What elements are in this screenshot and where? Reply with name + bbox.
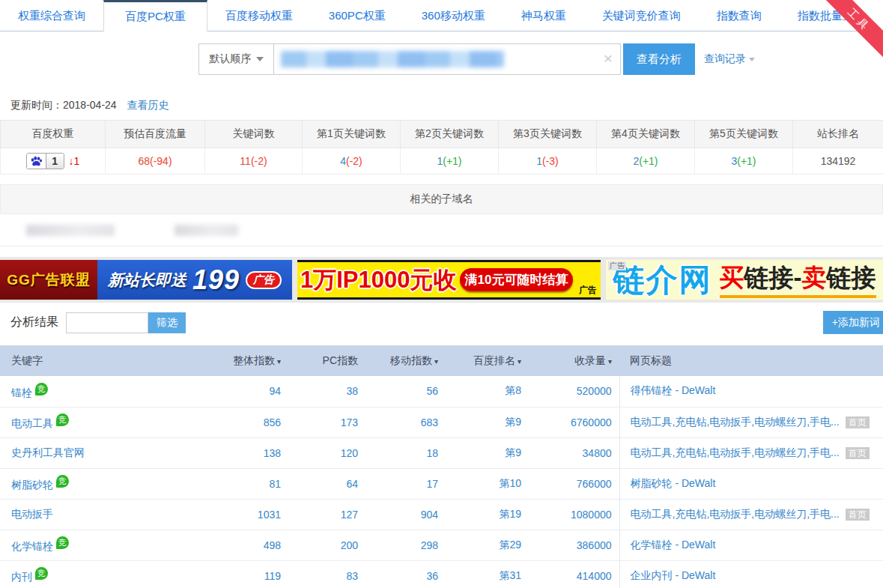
clear-icon[interactable]: × [604,50,613,67]
collected-count[interactable]: 386000 [533,530,619,560]
tab-shenma-weight[interactable]: 神马权重 [503,0,584,31]
ad-banner-gg-union[interactable]: GG广告联盟 新站长即送 199 广告 [0,260,292,300]
tab-weight-overview[interactable]: 权重综合查询 [0,0,103,31]
col-baidu-rank-sort[interactable]: 百度排名▾ [446,345,533,376]
overall-index[interactable]: 1031 [213,499,288,530]
censored-subdomain-link[interactable] [26,225,115,236]
table-row: 内刊竞 119 83 36 第31 414000 企业内刊 - DeWalt首页 [0,560,883,588]
tab-360-mobile-weight[interactable]: 360移动权重 [404,0,503,31]
page-title-link[interactable]: 电动工具,充电钻,电动扳手,电动螺丝刀,手电... [631,416,840,428]
tab-baidu-mobile-weight[interactable]: 百度移动权重 [207,0,311,31]
col-mobile-index-sort[interactable]: 移动指数▾ [365,345,446,376]
keyword-link[interactable]: 内刊 [11,571,32,583]
mobile-index[interactable]: 18 [365,437,446,468]
mobile-index[interactable]: 298 [365,530,446,560]
keyword-link[interactable]: 锚栓 [11,387,32,398]
sort-arrow-icon: ▾ [434,357,438,366]
page-title-link[interactable]: 化学锚栓 - DeWalt [631,539,716,551]
mobile-index[interactable]: 56 [365,376,446,407]
page3-cell: 1(-3) [499,148,597,175]
chevron-down-icon [749,58,755,61]
keyword-count-cell: 11(-2) [205,148,303,175]
query-history-label: 查询记录 [704,52,746,66]
query-history-link[interactable]: 查询记录 [704,52,755,66]
collected-count[interactable]: 766000 [533,468,619,499]
col-collected-sort[interactable]: 收录量▾ [533,345,619,376]
pc-index[interactable]: 64 [288,468,365,499]
col-page4-keywords: 第4页关键词数 [597,121,695,148]
tab-360-pc-weight[interactable]: 360PC权重 [311,0,404,31]
pc-index[interactable]: 127 [288,499,365,530]
table-row: 史丹利工具官网竞 138 120 18 第9 34800 电动工具,充电钻,电动… [0,437,883,468]
ad3-text: 买链接-卖链接 [720,261,876,298]
page4-cell: 2(+1) [597,148,695,175]
table-row: 电动扳手竞 1031 127 904 第19 1080000 电动工具,充电钻,… [0,499,883,530]
ad-banner-link-market[interactable]: 广告 链介网 买链接-卖链接 [606,260,883,300]
overall-index[interactable]: 81 [213,468,288,499]
table-row: 电动工具竞 856 173 683 第9 6760000 电动工具,充电钻,电动… [0,407,883,437]
pc-index[interactable]: 173 [288,407,365,437]
collected-count[interactable]: 520000 [533,376,619,407]
bid-icon[interactable]: 竞 [56,475,69,488]
search-bar: 默认顺序 × 查看分析 查询记录 [198,43,883,75]
pc-index[interactable]: 200 [288,530,365,560]
col-keyword-count: 关键词数 [205,121,303,148]
mobile-index[interactable]: 36 [365,560,446,588]
col-keyword: 关键字 [0,345,213,376]
overall-index[interactable]: 138 [213,437,288,468]
collected-count[interactable]: 414000 [533,560,619,588]
overall-index[interactable]: 94 [213,376,288,407]
page-title-link[interactable]: 电动工具,充电钻,电动扳手,电动螺丝刀,手电... [631,508,840,520]
overall-index[interactable]: 119 [213,560,288,588]
pc-index[interactable]: 120 [288,437,365,468]
sort-order-select[interactable]: 默认顺序 [198,43,274,75]
ad3-brand: 链介网 [613,260,712,300]
collected-count[interactable]: 1080000 [533,499,619,530]
filter-input[interactable] [66,312,148,333]
pc-index[interactable]: 38 [288,376,365,407]
baidu-weight-badge: 1 [26,153,64,169]
ad-banner-ip-buy[interactable]: 1万IP1000元收 满10元可随时结算 广告 [297,260,601,300]
keyword-link[interactable]: 树脂砂轮 [11,479,53,491]
ad1-body: 新站长即送 199 广告 [97,260,292,300]
overall-index[interactable]: 856 [213,407,288,437]
page-title-link[interactable]: 企业内刊 - DeWalt [631,569,716,581]
keyword-link[interactable]: 电动工具 [11,417,53,429]
mobile-index[interactable]: 904 [365,499,446,530]
tab-baidu-pc-weight[interactable]: 百度PC权重 [103,0,207,31]
page-title-link[interactable]: 电动工具,充电钻,电动扳手,电动螺丝刀,手电... [631,446,840,458]
add-new-word-button[interactable]: +添加新词 [823,311,883,334]
col-page3-keywords: 第3页关键词数 [499,121,597,148]
homepage-badge: 首页 [846,416,870,428]
collected-count[interactable]: 34800 [533,437,619,468]
keyword-link[interactable]: 电动扳手 [11,508,53,520]
search-input[interactable]: × [273,43,621,75]
analyze-button[interactable]: 查看分析 [623,43,695,75]
subdomains-section: 相关的子域名 [0,184,883,246]
bid-icon[interactable]: 竞 [35,383,48,395]
bid-icon[interactable]: 竞 [56,413,69,426]
page-title-link[interactable]: 得伟锚栓 - DeWalt [631,384,716,396]
chinaz-rank-cell: 134192 [793,148,883,175]
col-overall-index-sort[interactable]: 整体指数▾ [213,345,288,376]
top-tab-bar: 权重综合查询 百度PC权重 百度移动权重 360PC权重 360移动权重 神马权… [0,0,883,31]
overall-index[interactable]: 498 [213,530,288,560]
mobile-index[interactable]: 17 [365,468,446,499]
keyword-link[interactable]: 化学锚栓 [11,540,53,552]
ad-banner-strip: GG广告联盟 新站长即送 199 广告 1万IP1000元收 满10元可随时结算… [0,257,883,303]
pc-index[interactable]: 83 [288,560,365,588]
tab-index-query[interactable]: 指数查询 [699,0,780,31]
tab-keyword-bid-query[interactable]: 关键词竞价查询 [584,0,699,31]
keywords-table-header: 关键字 整体指数▾ PC指数 移动指数▾ 百度排名▾ 收录量▾ 网页标题 [0,345,883,376]
bid-icon[interactable]: 竞 [56,536,69,549]
bid-icon[interactable]: 竞 [35,567,48,580]
view-history-link[interactable]: 查看历史 [127,99,169,111]
baidu-rank: 第31 [446,560,533,588]
censored-subdomain-link[interactable] [175,225,238,236]
page-title-link[interactable]: 树脂砂轮 - DeWalt [631,477,716,489]
update-time-label: 更新时间： [10,99,63,111]
filter-button[interactable]: 筛选 [148,312,186,333]
collected-count[interactable]: 6760000 [533,407,619,437]
keyword-link[interactable]: 史丹利工具官网 [11,446,85,458]
mobile-index[interactable]: 683 [365,407,446,437]
